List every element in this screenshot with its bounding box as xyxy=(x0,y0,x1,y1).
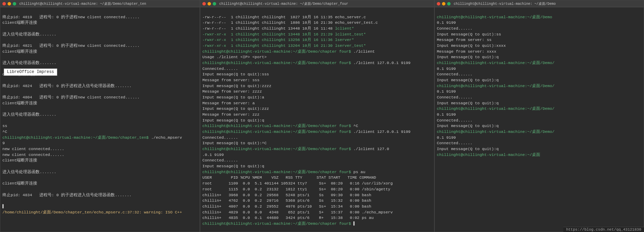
terminal-body-1[interactable]: 终止pid: 4819 进程号: 0 的子进程new client connec… xyxy=(0,7,200,232)
line: Input message(Q to quit):zzz xyxy=(202,106,269,111)
line: Input message(Q to quit):q xyxy=(202,118,264,123)
line: Message from server: zzz xyxy=(202,112,260,117)
close-btn-2[interactable] xyxy=(202,2,206,6)
prompt-line: chillinght@chillinght-virtual-machine:~/… xyxy=(437,129,554,134)
line: 终止pid: 4824 进程号: 0 的子进程进入信号处理器函数....... xyxy=(2,84,132,88)
tooltip-libreoffice: LibreOffice Impress xyxy=(4,68,57,76)
line: Input message(Q to quit):ss xyxy=(437,32,501,36)
ps-row: chillin+ 4807 0.0 0.2 29552 4976 pts/10 … xyxy=(202,204,371,209)
line: Message from server: a xyxy=(202,101,255,105)
line: ss xyxy=(2,124,7,128)
minimize-btn-1[interactable] xyxy=(8,2,11,6)
prompt-line: chillinght@chillinght-virtual-machine:~/… xyxy=(202,170,353,174)
prompt-line: chillinght@chillinght-virtual-machine:~/… xyxy=(437,84,554,88)
line: Connected...... xyxy=(202,158,238,162)
line: Message from server: ss xyxy=(437,38,492,42)
ps-row: chillin+ 4829 0.0 0.0 4348 652 pts/1 S+ … xyxy=(202,210,393,214)
line: Input message(Q to quit):zzzz xyxy=(202,84,271,88)
line: client端断开连接 xyxy=(2,49,37,54)
terminal-pane-2[interactable]: chillinght@chillinght-virtual-machine: ~… xyxy=(200,0,434,232)
line: Input message(Q to quit):q xyxy=(437,124,499,128)
titlebar-1: chillinght@chillinght-virtual-machine: ~… xyxy=(0,0,200,7)
prompt-line: chillinght@chillinght-virtual-machine:~/… xyxy=(202,147,353,151)
line: Input message(Q to quit):q xyxy=(437,101,499,105)
line: new client connected...... xyxy=(2,152,64,157)
line: new client connected...... xyxy=(2,147,64,151)
close-btn-1[interactable] xyxy=(2,2,6,6)
line: 进入信号处理器函数....... xyxy=(2,170,56,174)
line: Connected...... xyxy=(437,118,473,123)
title-text-3: chillinght@chillinght-virtual-machine: ~… xyxy=(454,1,556,6)
line: Connected...... xyxy=(202,66,238,71)
title-text-2: chillinght@chillinght-virtual-machine: ~… xyxy=(219,1,348,6)
terminal-pane-1[interactable]: chillinght@chillinght-virtual-machine: ~… xyxy=(0,0,200,232)
prompt-line: chillinght@chillinght-virtual-machine:~/… xyxy=(437,106,554,111)
ps-row: root 1115 0.0 0.2 23132 1812 tty1 Ss+ 08… xyxy=(202,187,390,191)
title-text-1: chillinght@chillinght-virtual-machine: ~… xyxy=(19,1,146,6)
line: Connected...... xyxy=(437,141,473,145)
ps-row: chillin+ 4835 0.0 0.1 44680 3424 pts/6 R… xyxy=(202,215,374,220)
prompt-line: chillinght@chillinght-virtual-machine:~/… xyxy=(202,129,353,134)
line: ^C xyxy=(2,129,7,134)
prompt-line: chillinght@chillinght-virtual-machine:~/… xyxy=(202,49,353,54)
prompt-line-final: chillinght@chillinght-virtual-machine:~/… xyxy=(202,221,353,226)
line: Usage ./lclient <IP> <port> xyxy=(202,55,266,59)
ps-row: chillin+ 3968 0.0 0.2 29568 5248 pts/1 S… xyxy=(202,193,371,197)
line: Message from server: xxxx xyxy=(437,49,496,54)
close-btn-3[interactable] xyxy=(437,2,440,6)
terminal-body-2[interactable]: -rw-r--r-- 1 chillinght chillinght 1827 … xyxy=(200,7,434,232)
ls-line: -rwxr-xr-x 1 chillinght chillinght 13448… xyxy=(202,32,335,36)
line: 终止pid: 4834 进程号: 0 的子进程进入信号处理器函数....... xyxy=(2,193,132,197)
ls-line: -rw-r--r-- 1 chillinght chillinght 13448… xyxy=(202,26,335,31)
line: 终止pid: 4804 进程号: 0 的子进程new client connec… xyxy=(2,95,140,99)
maximize-btn-2[interactable] xyxy=(213,2,216,6)
line: Message from server: sss xyxy=(202,78,260,82)
line: 终止pid: 4819 进程号: 0 的子进程new client connec… xyxy=(2,15,140,19)
titlebar-2: chillinght@chillinght-virtual-machine: ~… xyxy=(200,0,434,7)
line: Input message(Q to quit):q xyxy=(202,164,264,168)
line: Input message(Q to quit):q xyxy=(437,147,499,151)
ls-line: -rw-r--r-- 1 chillinght chillinght 1886 … xyxy=(202,20,378,25)
line: .0.1 9199 xyxy=(202,152,224,157)
line: Connected...... xyxy=(437,26,473,31)
maximize-btn-3[interactable] xyxy=(447,2,451,6)
line: 0.1 9199 xyxy=(437,66,456,71)
line: 0.1 9199 xyxy=(437,135,456,140)
line: Message from server: zzzz xyxy=(202,89,262,94)
line: Input message(Q to quit):^C xyxy=(202,141,266,145)
line: Connected...... xyxy=(202,135,238,140)
ps-row: chillin+ 4762 0.0 0.2 29716 5368 pts/6 S… xyxy=(202,198,371,203)
titlebar-3: chillinght@chillinght-virtual-machine: ~… xyxy=(435,0,644,7)
prompt-line: chillinght@chillinght-virtual-machine:~/… xyxy=(2,135,151,140)
line: 终止pid: 4821 进程号: 0 的子进程new client connec… xyxy=(2,43,140,48)
terminal-pane-3[interactable]: chillinght@chillinght-virtual-machine: ~… xyxy=(434,0,644,232)
prompt-line: chillinght@chillinght-virtual-machine:~/… xyxy=(202,124,353,128)
line: 进入信号处理器函数....... xyxy=(2,61,56,65)
prompt-line: chillinght@chillinght-virtual-machine:~/… xyxy=(437,15,552,19)
line: Connected...... xyxy=(437,95,473,99)
line: Input message(Q to quit):sss xyxy=(202,72,269,76)
line: 0.1 9199 xyxy=(437,112,456,117)
ls-line: -rwxr-xr-x 1 chillinght chillinght 13264… xyxy=(202,43,335,48)
line: client端断开连接 xyxy=(2,158,37,162)
cursor: ▌ xyxy=(2,204,5,209)
line: Input message(Q to quit):q xyxy=(437,55,499,59)
prompt-line-final: chillinght@chillinght-virtual-machine:~/… xyxy=(437,152,540,157)
line: client端断开连接 xyxy=(2,101,37,105)
terminal-body-3[interactable]: chillinght@chillinght-virtual-machine:~/… xyxy=(435,7,644,232)
line: client端断开连接 xyxy=(2,20,37,25)
warning-line: /home/chillinght/桌面/Demo/chapter_ten/ech… xyxy=(2,210,182,214)
line: 进入信号处理器函数....... xyxy=(2,32,56,36)
line: 0.1 9199 xyxy=(437,89,456,94)
line: Connected...... xyxy=(437,72,473,76)
minimize-btn-3[interactable] xyxy=(442,2,445,6)
minimize-btn-2[interactable] xyxy=(208,2,211,6)
maximize-btn-1[interactable] xyxy=(13,2,16,6)
prompt-line: chillinght@chillinght-virtual-machine:~/… xyxy=(202,61,353,65)
line: client端断开连接 xyxy=(2,181,37,186)
ps-row: root 1109 0.0 5.1 401144 105324 tty7 Ss+… xyxy=(202,181,393,186)
line: Input message(Q to quit):xxxx xyxy=(437,43,506,48)
statusbar: https://blog.csdn.net/qq_43121830 xyxy=(563,227,644,232)
line: 0.1 9199 xyxy=(437,20,456,25)
prompt-line: chillinght@chillinght-virtual-machine:~/… xyxy=(437,61,554,65)
